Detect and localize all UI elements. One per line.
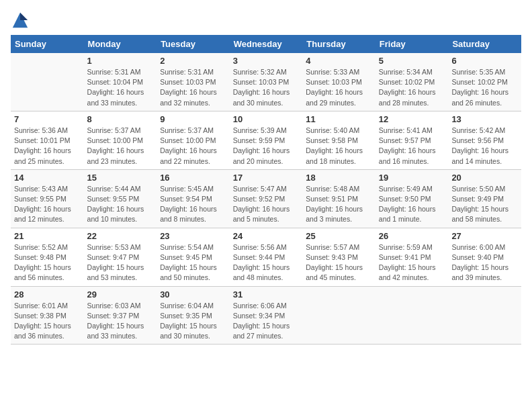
day-info: Sunrise: 5:53 AM Sunset: 9:47 PM Dayligh… (87, 242, 154, 283)
day-number: 17 (233, 173, 300, 183)
col-header-friday: Friday (375, 35, 449, 53)
day-cell: 12Sunrise: 5:41 AM Sunset: 9:57 PM Dayli… (375, 111, 449, 169)
day-cell: 5Sunrise: 5:34 AM Sunset: 10:02 PM Dayli… (375, 53, 449, 111)
col-header-sunday: Sunday (11, 35, 84, 53)
day-number: 30 (160, 289, 226, 300)
day-number: 15 (87, 173, 154, 183)
day-info: Sunrise: 5:37 AM Sunset: 10:00 PM Daylig… (87, 126, 154, 167)
day-number: 11 (306, 114, 372, 124)
day-number: 13 (451, 114, 518, 124)
day-info: Sunrise: 5:40 AM Sunset: 9:58 PM Dayligh… (306, 126, 372, 167)
day-cell: 13Sunrise: 5:42 AM Sunset: 9:56 PM Dayli… (448, 111, 521, 169)
day-info: Sunrise: 5:43 AM Sunset: 9:55 PM Dayligh… (14, 184, 81, 225)
day-cell: 14Sunrise: 5:43 AM Sunset: 9:55 PM Dayli… (11, 169, 84, 228)
day-cell: 3Sunrise: 5:32 AM Sunset: 10:03 PM Dayli… (230, 53, 303, 111)
day-number: 29 (87, 289, 154, 300)
day-cell: 11Sunrise: 5:40 AM Sunset: 9:58 PM Dayli… (302, 111, 375, 169)
day-info: Sunrise: 5:31 AM Sunset: 10:03 PM Daylig… (160, 67, 226, 108)
day-number: 8 (87, 114, 154, 124)
day-cell: 25Sunrise: 5:57 AM Sunset: 9:43 PM Dayli… (302, 228, 375, 286)
day-cell: 8Sunrise: 5:37 AM Sunset: 10:00 PM Dayli… (84, 111, 157, 169)
day-info: Sunrise: 5:42 AM Sunset: 9:56 PM Dayligh… (451, 126, 518, 167)
day-cell: 21Sunrise: 5:52 AM Sunset: 9:48 PM Dayli… (11, 228, 84, 286)
logo (11, 11, 32, 30)
day-info: Sunrise: 5:48 AM Sunset: 9:51 PM Dayligh… (306, 184, 372, 225)
day-number: 19 (379, 173, 445, 183)
day-info: Sunrise: 5:52 AM Sunset: 9:48 PM Dayligh… (14, 242, 81, 283)
day-info: Sunrise: 6:03 AM Sunset: 9:37 PM Dayligh… (87, 301, 154, 342)
day-number: 31 (233, 289, 300, 300)
day-info: Sunrise: 6:04 AM Sunset: 9:35 PM Dayligh… (160, 301, 226, 342)
day-info: Sunrise: 5:32 AM Sunset: 10:03 PM Daylig… (233, 67, 300, 108)
day-info: Sunrise: 5:50 AM Sunset: 9:49 PM Dayligh… (451, 184, 518, 225)
day-number: 12 (379, 114, 445, 124)
day-info: Sunrise: 5:34 AM Sunset: 10:02 PM Daylig… (379, 67, 445, 108)
day-cell: 6Sunrise: 5:35 AM Sunset: 10:02 PM Dayli… (448, 53, 521, 111)
week-row-1: 1Sunrise: 5:31 AM Sunset: 10:04 PM Dayli… (11, 53, 521, 111)
day-number: 23 (160, 231, 226, 241)
day-cell: 7Sunrise: 5:36 AM Sunset: 10:01 PM Dayli… (11, 111, 84, 169)
day-info: Sunrise: 5:31 AM Sunset: 10:04 PM Daylig… (87, 67, 154, 108)
day-cell: 9Sunrise: 5:37 AM Sunset: 10:00 PM Dayli… (157, 111, 230, 169)
day-number: 2 (160, 56, 226, 66)
week-row-2: 7Sunrise: 5:36 AM Sunset: 10:01 PM Dayli… (11, 111, 521, 169)
col-header-saturday: Saturday (448, 35, 521, 53)
day-info: Sunrise: 5:36 AM Sunset: 10:01 PM Daylig… (14, 126, 81, 167)
day-cell: 15Sunrise: 5:44 AM Sunset: 9:55 PM Dayli… (84, 169, 157, 228)
day-number: 26 (379, 231, 445, 241)
day-cell: 18Sunrise: 5:48 AM Sunset: 9:51 PM Dayli… (302, 169, 375, 228)
logo-icon (11, 11, 30, 30)
day-cell: 2Sunrise: 5:31 AM Sunset: 10:03 PM Dayli… (157, 53, 230, 111)
day-cell: 26Sunrise: 5:59 AM Sunset: 9:41 PM Dayli… (375, 228, 449, 286)
day-number: 25 (306, 231, 372, 241)
day-info: Sunrise: 6:06 AM Sunset: 9:34 PM Dayligh… (233, 301, 300, 342)
day-cell: 24Sunrise: 5:56 AM Sunset: 9:44 PM Dayli… (230, 228, 303, 286)
day-cell: 19Sunrise: 5:49 AM Sunset: 9:50 PM Dayli… (375, 169, 449, 228)
day-info: Sunrise: 5:49 AM Sunset: 9:50 PM Dayligh… (379, 184, 445, 225)
day-number: 1 (87, 56, 154, 66)
day-cell: 4Sunrise: 5:33 AM Sunset: 10:03 PM Dayli… (302, 53, 375, 111)
col-header-wednesday: Wednesday (230, 35, 303, 53)
day-number: 14 (14, 173, 81, 183)
day-number: 21 (14, 231, 81, 241)
page-header (11, 11, 521, 30)
svg-marker-1 (20, 13, 28, 20)
day-info: Sunrise: 5:47 AM Sunset: 9:52 PM Dayligh… (233, 184, 300, 225)
day-cell: 17Sunrise: 5:47 AM Sunset: 9:52 PM Dayli… (230, 169, 303, 228)
day-number: 9 (160, 114, 226, 124)
day-number: 4 (306, 56, 372, 66)
day-info: Sunrise: 5:59 AM Sunset: 9:41 PM Dayligh… (379, 242, 445, 283)
day-number: 18 (306, 173, 372, 183)
day-info: Sunrise: 5:39 AM Sunset: 9:59 PM Dayligh… (233, 126, 300, 167)
day-info: Sunrise: 6:00 AM Sunset: 9:40 PM Dayligh… (451, 242, 518, 283)
day-info: Sunrise: 5:54 AM Sunset: 9:45 PM Dayligh… (160, 242, 226, 283)
day-info: Sunrise: 5:45 AM Sunset: 9:54 PM Dayligh… (160, 184, 226, 225)
day-info: Sunrise: 5:35 AM Sunset: 10:02 PM Daylig… (451, 67, 518, 108)
day-cell: 10Sunrise: 5:39 AM Sunset: 9:59 PM Dayli… (230, 111, 303, 169)
day-number: 20 (451, 173, 518, 183)
day-cell: 23Sunrise: 5:54 AM Sunset: 9:45 PM Dayli… (157, 228, 230, 286)
day-info: Sunrise: 5:56 AM Sunset: 9:44 PM Dayligh… (233, 242, 300, 283)
day-cell (448, 286, 521, 345)
day-number: 6 (451, 56, 518, 66)
day-cell: 1Sunrise: 5:31 AM Sunset: 10:04 PM Dayli… (84, 53, 157, 111)
day-number: 22 (87, 231, 154, 241)
day-cell: 28Sunrise: 6:01 AM Sunset: 9:38 PM Dayli… (11, 286, 84, 345)
day-number: 27 (451, 231, 518, 241)
day-info: Sunrise: 5:44 AM Sunset: 9:55 PM Dayligh… (87, 184, 154, 225)
day-number: 3 (233, 56, 300, 66)
day-cell: 30Sunrise: 6:04 AM Sunset: 9:35 PM Dayli… (157, 286, 230, 345)
day-number: 7 (14, 114, 81, 124)
week-row-5: 28Sunrise: 6:01 AM Sunset: 9:38 PM Dayli… (11, 286, 521, 345)
day-number: 24 (233, 231, 300, 241)
calendar-table: SundayMondayTuesdayWednesdayThursdayFrid… (11, 35, 521, 345)
day-cell: 31Sunrise: 6:06 AM Sunset: 9:34 PM Dayli… (230, 286, 303, 345)
col-header-tuesday: Tuesday (157, 35, 230, 53)
day-cell: 29Sunrise: 6:03 AM Sunset: 9:37 PM Dayli… (84, 286, 157, 345)
day-info: Sunrise: 5:33 AM Sunset: 10:03 PM Daylig… (306, 67, 372, 108)
day-number: 28 (14, 289, 81, 300)
week-row-3: 14Sunrise: 5:43 AM Sunset: 9:55 PM Dayli… (11, 169, 521, 228)
week-row-4: 21Sunrise: 5:52 AM Sunset: 9:48 PM Dayli… (11, 228, 521, 286)
day-cell: 22Sunrise: 5:53 AM Sunset: 9:47 PM Dayli… (84, 228, 157, 286)
col-header-thursday: Thursday (302, 35, 375, 53)
